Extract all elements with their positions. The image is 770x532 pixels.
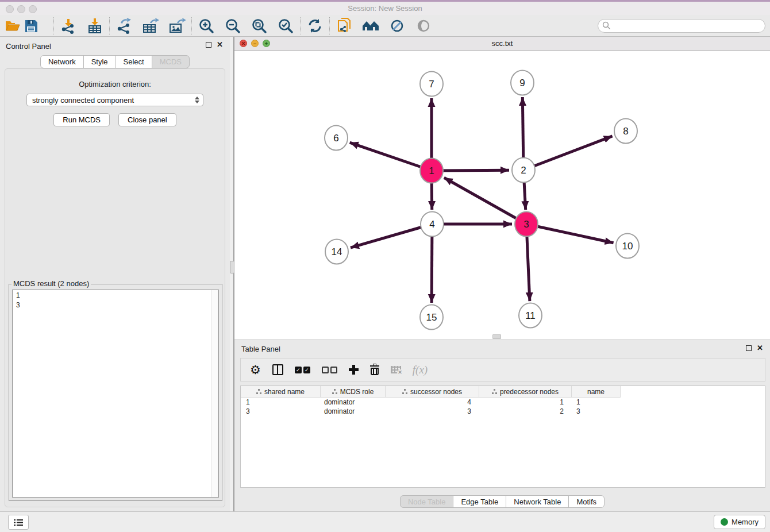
frame-maximize-icon[interactable]: +	[263, 40, 270, 47]
search-field[interactable]	[598, 19, 765, 33]
search-input[interactable]	[611, 20, 765, 32]
node-table[interactable]: shared name MCDS role successor nodes pr…	[240, 385, 765, 488]
memory-button[interactable]: Memory	[714, 515, 765, 529]
table-panel: Table Panel ✕ ⚙ ✓✓ f(x) shared name MCDS…	[234, 340, 770, 511]
hide-selected-icon[interactable]	[388, 17, 406, 35]
graph-node-label-6: 6	[333, 133, 338, 144]
graph-node-label-3: 3	[523, 219, 529, 230]
criterion-value: strongly connected component	[32, 96, 195, 105]
window-titlebar: Session: New Session	[0, 0, 770, 15]
deselect-all-columns-icon[interactable]	[322, 367, 337, 373]
tab-select[interactable]: Select	[116, 55, 152, 68]
table-row[interactable]: 1 dominator 4 1 1	[241, 398, 765, 407]
zoom-fit-icon[interactable]	[250, 17, 268, 35]
export-table-icon[interactable]	[141, 17, 160, 35]
zoom-in-icon[interactable]	[197, 17, 215, 35]
export-image-icon[interactable]	[168, 17, 186, 35]
network-frame-title: scc.txt	[492, 39, 513, 48]
frame-minimize-icon[interactable]: −	[251, 40, 259, 47]
cell-predecessor-nodes: 2	[479, 407, 572, 415]
table-settings-gear-icon[interactable]: ⚙	[250, 364, 261, 376]
graph-node-label-7: 7	[429, 79, 434, 90]
cell-name: 3	[572, 407, 621, 415]
export-network-icon[interactable]	[115, 17, 133, 35]
graph-edge-2-8[interactable]	[523, 136, 613, 170]
cell-name: 1	[572, 398, 621, 406]
cell-predecessor-nodes: 1	[479, 398, 572, 406]
close-window-button[interactable]	[6, 5, 14, 13]
mcds-result-list[interactable]: 1 3	[12, 290, 219, 498]
zoom-selected-icon[interactable]	[276, 17, 295, 35]
tab-network-table[interactable]: Network Table	[506, 495, 569, 508]
float-table-panel-icon[interactable]	[746, 345, 752, 351]
table-row[interactable]: 3 dominator 3 2 3	[241, 407, 765, 416]
refresh-icon[interactable]	[306, 17, 324, 35]
list-icon	[14, 519, 23, 526]
memory-status-icon	[721, 518, 728, 526]
close-table-panel-icon[interactable]: ✕	[757, 344, 763, 352]
save-session-icon[interactable]	[22, 17, 40, 35]
column-type-icon	[256, 389, 261, 394]
delete-column-icon[interactable]	[370, 365, 379, 375]
network-from-file-icon[interactable]	[335, 17, 353, 35]
graph-edge-3-1[interactable]	[444, 178, 526, 224]
column-header-predecessor-nodes[interactable]: predecessor nodes	[479, 386, 572, 398]
import-network-icon[interactable]	[59, 17, 78, 35]
delete-table-icon	[391, 366, 401, 373]
import-table-icon[interactable]	[86, 17, 104, 35]
result-line: 1	[16, 291, 218, 300]
column-type-icon	[402, 389, 407, 394]
result-scrollbar[interactable]	[211, 290, 218, 497]
graph-node-label-15: 15	[426, 312, 437, 323]
float-panel-icon[interactable]	[206, 42, 211, 48]
show-all-icon[interactable]	[414, 17, 433, 35]
table-tabs: Node Table Edge Table Network Table Moti…	[234, 495, 770, 508]
cell-mcds-role: dominator	[321, 398, 386, 406]
graph-node-label-9: 9	[519, 78, 525, 88]
canvas-splitter-grip[interactable]	[492, 334, 501, 339]
close-panel-icon[interactable]: ✕	[217, 40, 223, 49]
close-panel-button[interactable]: Close panel	[118, 113, 176, 126]
tab-motifs[interactable]: Motifs	[568, 495, 605, 508]
cell-shared-name: 1	[241, 398, 321, 406]
column-header-shared-name[interactable]: shared name	[241, 386, 321, 398]
graph-edge-3-10[interactable]	[526, 224, 614, 243]
tab-style[interactable]: Style	[83, 55, 116, 68]
network-graph[interactable]: 7968124314101511	[234, 51, 770, 340]
status-bar: Memory	[0, 511, 770, 532]
maximize-window-button[interactable]	[29, 5, 37, 13]
frame-close-icon[interactable]: ✕	[240, 40, 247, 47]
splitter-grip[interactable]	[230, 261, 234, 273]
tab-edge-table[interactable]: Edge Table	[453, 495, 506, 508]
network-canvas[interactable]: 7968124314101511	[234, 51, 770, 340]
column-header-name[interactable]: name	[572, 386, 621, 398]
criterion-select[interactable]: strongly connected component	[26, 94, 203, 106]
graph-edge-1-6[interactable]	[350, 142, 432, 171]
window-controls	[6, 5, 37, 13]
network-view-frame: ✕ − + scc.txt 7968124314101511	[234, 37, 770, 340]
tab-network[interactable]: Network	[40, 55, 84, 68]
column-header-mcds-role[interactable]: MCDS role	[321, 386, 386, 398]
panel-splitter[interactable]	[230, 37, 234, 511]
table-panel-title: Table Panel	[241, 345, 280, 353]
graph-node-label-10: 10	[622, 241, 633, 252]
result-line: 3	[16, 300, 218, 310]
cell-shared-name: 3	[241, 407, 321, 415]
first-neighbors-icon[interactable]	[361, 17, 380, 35]
minimize-window-button[interactable]	[17, 5, 25, 13]
cell-mcds-role: dominator	[321, 407, 386, 415]
task-history-button[interactable]	[8, 515, 29, 530]
tab-mcds[interactable]: MCDS	[152, 55, 190, 68]
tab-node-table[interactable]: Node Table	[400, 495, 454, 508]
show-columns-icon[interactable]	[272, 364, 283, 375]
graph-node-label-1: 1	[429, 165, 434, 176]
column-header-successor-nodes[interactable]: successor nodes	[386, 386, 479, 398]
zoom-out-icon[interactable]	[224, 17, 242, 35]
graph-edge-4-14[interactable]	[351, 224, 432, 248]
run-mcds-button[interactable]: Run MCDS	[53, 113, 110, 126]
open-file-icon[interactable]	[3, 17, 22, 35]
select-all-columns-icon[interactable]: ✓✓	[295, 367, 310, 373]
add-column-icon[interactable]	[349, 365, 359, 375]
graph-node-label-2: 2	[521, 165, 526, 176]
table-toolbar: ⚙ ✓✓ f(x)	[240, 358, 765, 381]
